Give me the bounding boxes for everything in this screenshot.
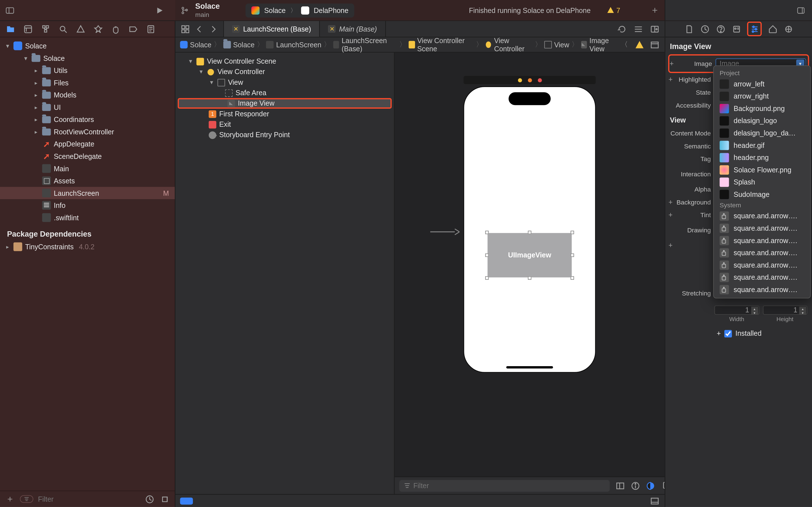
dropdown-item[interactable]: square.and.arrow…. [714, 283, 810, 296]
recent-filter-icon[interactable] [144, 494, 155, 504]
back-icon[interactable] [194, 24, 204, 34]
size-inspector-icon[interactable] [767, 24, 777, 34]
navigator-filter[interactable] [38, 495, 140, 503]
tree-item-assets[interactable]: Assets [0, 175, 175, 187]
add-field-icon[interactable]: + [669, 59, 675, 68]
orientation-icon[interactable] [661, 480, 665, 491]
test-nav-icon[interactable] [94, 24, 103, 34]
dropdown-item[interactable]: SudoImage [714, 188, 810, 201]
outline-vc[interactable]: ▼View Controller [175, 66, 394, 77]
dropdown-item[interactable]: Splash [714, 176, 810, 188]
canvas[interactable]: UIImageView [395, 53, 665, 494]
sidebar-toggle-icon[interactable] [5, 5, 15, 15]
add-editor-icon[interactable] [650, 24, 660, 34]
dropdown-item[interactable]: square.and.arrow…. [714, 271, 810, 283]
scene-title-bar[interactable] [463, 76, 596, 84]
add-field-icon[interactable]: + [668, 198, 673, 206]
jump-bar[interactable]: Solace〉 Solace〉 LaunchScreen〉 LaunchScre… [175, 38, 665, 53]
add-field-icon[interactable]: + [668, 241, 673, 249]
dropdown-item[interactable]: Solace Flower.png [714, 164, 810, 176]
tree-item-launchscreen[interactable]: LaunchScreenM [0, 187, 175, 199]
debug-nav-icon[interactable] [111, 24, 120, 34]
tree-item-ui[interactable]: ▸UI [0, 101, 175, 114]
tree-item-utils[interactable]: ▸Utils [0, 64, 175, 76]
tree-root[interactable]: ▼ Solace [0, 40, 175, 52]
dropdown-item[interactable]: header.gif [714, 139, 810, 151]
prev-issue-icon[interactable]: 〈 [619, 40, 629, 50]
tree-item-main[interactable]: Main [0, 162, 175, 175]
dropdown-item[interactable]: header.png [714, 151, 810, 164]
outline-toggle-icon[interactable] [650, 40, 660, 50]
dropdown-item[interactable]: square.and.arrow…. [714, 210, 810, 222]
scheme-selector[interactable]: Solace 〉 DelaPhone [246, 3, 354, 17]
add-icon[interactable]: ＋ [5, 494, 15, 504]
tree-item-scenedelegate[interactable]: SceneDelegate [0, 150, 175, 163]
warning-icon[interactable] [635, 40, 645, 50]
tree-item-coordinators[interactable]: ▸Coordinators [0, 113, 175, 126]
help-inspector-icon[interactable] [716, 24, 725, 34]
tab-launchscreen[interactable]: ✕ LaunchScreen (Base) [224, 21, 320, 37]
forward-icon[interactable] [208, 24, 218, 34]
issue-nav-icon[interactable] [76, 24, 86, 34]
width-field[interactable]: 1▴▾ Width [714, 305, 759, 322]
tree-item-.swiftlint[interactable]: .swiftlint [0, 212, 175, 224]
dropdown-item[interactable]: square.and.arrow…. [714, 259, 810, 271]
tree-item-appdelegate[interactable]: AppDelegate [0, 138, 175, 150]
dropdown-item[interactable]: arrow_right [714, 90, 810, 102]
tree-item-models[interactable]: ▸Models [0, 89, 175, 101]
source-control-nav-icon[interactable] [23, 24, 33, 34]
outline-scene[interactable]: ▼View Controller Scene [175, 56, 394, 66]
add-field-icon[interactable]: + [668, 211, 673, 219]
identity-inspector-icon[interactable] [731, 24, 741, 34]
installed-row[interactable]: + Installed [670, 327, 807, 340]
height-field[interactable]: 1▴▾ Height [763, 305, 808, 322]
appearance-icon[interactable] [646, 480, 655, 491]
debug-chip[interactable] [180, 497, 193, 504]
library-icon[interactable] [796, 5, 806, 15]
project-nav-icon[interactable] [6, 24, 15, 34]
related-items-icon[interactable] [180, 24, 191, 34]
report-nav-icon[interactable] [146, 24, 155, 34]
history-inspector-icon[interactable] [700, 24, 710, 34]
tree-item-info[interactable]: Info [0, 199, 175, 212]
image-view-placeholder[interactable]: UIImageView [488, 233, 572, 277]
connections-inspector-icon[interactable] [783, 24, 793, 34]
outline-entry[interactable]: Storyboard Entry Point [175, 129, 394, 140]
tree-item-solace[interactable]: ▼Solace [0, 52, 175, 64]
outline-first[interactable]: 1First Responder [175, 109, 394, 119]
outline-exit[interactable]: Exit [175, 119, 394, 129]
outline-safe[interactable]: Safe Area [175, 88, 394, 98]
breakpoint-nav-icon[interactable] [129, 24, 138, 34]
info-icon[interactable] [631, 480, 640, 491]
installed-checkbox[interactable] [724, 330, 732, 337]
outline-view[interactable]: ▼View [175, 77, 394, 88]
dropdown-item[interactable]: square.and.arrow…. [714, 246, 810, 259]
branch-info[interactable]: Solace main [195, 3, 220, 18]
tab-main[interactable]: ✕ Main (Base) [320, 21, 386, 37]
tree-item-files[interactable]: ▸Files [0, 76, 175, 89]
find-nav-icon[interactable] [58, 24, 68, 34]
add-field-icon[interactable]: + [717, 329, 721, 337]
dep-item[interactable]: ▸ TinyConstraints 4.0.2 [0, 240, 175, 253]
branch-icon[interactable] [180, 6, 190, 15]
dropdown-item[interactable]: square.and.arrow…. [714, 234, 810, 246]
dropdown-item[interactable]: arrow_left [714, 78, 810, 90]
attributes-inspector-icon[interactable] [749, 24, 759, 34]
file-inspector-icon[interactable] [684, 24, 694, 34]
dropdown-item[interactable]: Background.png [714, 102, 810, 115]
new-tab-button[interactable]: ＋ [650, 5, 660, 15]
warnings-badge[interactable]: 7 [607, 6, 620, 14]
outline-filter[interactable] [399, 480, 610, 491]
tree-item-rootviewcontroller[interactable]: ▸RootViewController [0, 126, 175, 138]
debug-pane-icon[interactable] [650, 496, 660, 506]
outline-image-view[interactable]: Image View [177, 98, 392, 108]
refresh-icon[interactable] [617, 24, 627, 34]
dropdown-item[interactable]: delasign_logo_da… [714, 127, 810, 139]
adjust-editor-icon[interactable] [633, 24, 644, 34]
scm-filter-icon[interactable] [160, 494, 170, 504]
dropdown-item[interactable]: square.and.arrow…. [714, 222, 810, 234]
device-preview[interactable]: UIImageView [463, 87, 596, 373]
add-field-icon[interactable]: + [668, 75, 673, 83]
filter-scope[interactable] [20, 495, 33, 503]
layout-icon[interactable] [615, 480, 625, 491]
